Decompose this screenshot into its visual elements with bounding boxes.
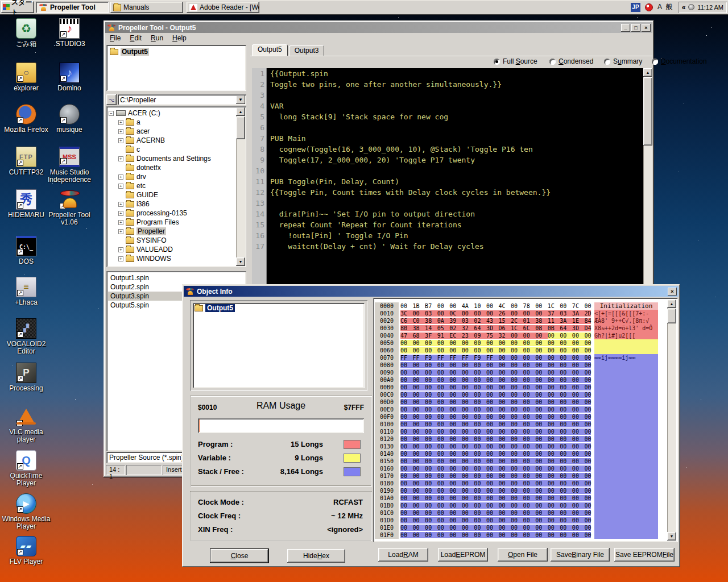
menu-file[interactable]: File (105, 33, 125, 43)
desktop-icon-quicktime[interactable]: Q↗QuickTime Player (0, 450, 52, 487)
dialog-title-bar[interactable]: Object Info × (184, 286, 679, 297)
desktop-icon-musique[interactable]: ↗musique (43, 104, 96, 134)
tree-item-windows[interactable]: +WINDOWS (109, 254, 235, 263)
folder-path-combo[interactable]: C:\Propeller ▼ (118, 94, 246, 105)
tree-expand-icon[interactable]: + (118, 229, 123, 234)
radio-documentation[interactable]: Documentation (652, 57, 707, 65)
volume-icon[interactable] (688, 4, 694, 10)
desktop-icon-wmp[interactable]: ▶↗Windows Media Player (0, 493, 52, 530)
tree-item-sysinfo[interactable]: SYSINFO (109, 236, 235, 245)
scrollbar-thumb[interactable] (643, 77, 652, 146)
ime-language-badge[interactable]: JP (631, 3, 640, 12)
tab-output5[interactable]: Output5 (252, 44, 288, 56)
tree-expand-icon[interactable]: + (118, 138, 123, 143)
taskbar-task-adobe-reader-webp-[interactable]: Adobe Reader - [WebP... (187, 2, 259, 13)
scroll-down-icon[interactable]: ▼ (236, 257, 245, 266)
tab-output3[interactable]: Output3 (289, 45, 325, 56)
hex-scrollbar[interactable]: ▲ ▼ (667, 300, 676, 541)
desktop-icon-processing[interactable]: P↗Processing (0, 363, 52, 392)
tree-expand-icon[interactable]: + (118, 256, 123, 261)
tree-item-dotnetfx[interactable]: dotnetfx (109, 163, 235, 172)
radio-dot-icon[interactable] (494, 59, 500, 65)
tree-expand-icon[interactable]: − (109, 111, 114, 116)
load-ram-button[interactable]: Load RAM (378, 548, 428, 562)
scroll-up-icon[interactable]: ▲ (236, 107, 245, 116)
save-eeprom-file-button[interactable]: Save EEPROM File (614, 548, 675, 562)
tree-expand-icon[interactable]: + (118, 174, 123, 180)
desktop-icon-lhaca[interactable]: ≡↗+Lhaca (0, 277, 52, 306)
tree-expand-icon[interactable]: + (118, 211, 123, 216)
title-bar[interactable]: Propeller Tool - Output5 _ □ × (105, 22, 652, 33)
scrollbar-thumb[interactable] (236, 117, 245, 139)
tree-item-acer-c-[interactable]: −ACER (C:) (109, 109, 235, 118)
tree-item-documents-and-settings[interactable]: +Documents and Settings (109, 154, 235, 163)
tree-scrollbar[interactable]: ▲ ▼ (236, 107, 245, 266)
tree-expand-icon[interactable]: + (118, 184, 123, 189)
maximize-button[interactable]: □ (631, 24, 640, 32)
tree-item-guide[interactable]: GUIDE (109, 190, 235, 199)
radio-dot-icon[interactable] (652, 59, 658, 65)
dialog-object-pane[interactable]: Output5 (193, 303, 365, 388)
taskbar-task-propeller-tool[interactable]: Propeller Tool (36, 2, 109, 13)
tree-expand-icon[interactable]: + (118, 156, 123, 161)
desktop-icon-propeller[interactable]: ↗Propeller Tool v1.06 (43, 189, 96, 226)
tree-item-a[interactable]: +a (109, 118, 235, 127)
radio-dot-icon[interactable] (549, 59, 556, 65)
tree-item-i386[interactable]: +i386 (109, 199, 235, 209)
desktop-icon-mss[interactable]: MSS↗Music Studio Independence (43, 147, 96, 184)
dialog-object-item[interactable]: Output5 (195, 304, 235, 312)
close-button[interactable]: × (642, 24, 651, 32)
radio-condensed[interactable]: Condensed (549, 57, 593, 65)
tree-expand-icon[interactable]: + (118, 247, 123, 252)
tree-item-c[interactable]: c (109, 145, 235, 154)
tree-item-processing-0135[interactable]: +processing-0135 (109, 209, 235, 218)
tree-item-propeller[interactable]: +Propeller (109, 227, 235, 236)
load-eeprom-button[interactable]: Load EEPROM (438, 548, 488, 562)
radio-dot-icon[interactable] (604, 59, 610, 65)
desktop-icon-domino[interactable]: ♪↗Domino (43, 63, 96, 92)
desktop-icon-flv[interactable]: ▰▰↗FLV Player (0, 536, 52, 566)
ime-mode-indicator[interactable]: A 般 (657, 2, 674, 12)
ime-icon[interactable] (645, 3, 653, 11)
tree-item-etc[interactable]: +etc (109, 181, 235, 190)
dialog-close-icon[interactable]: × (668, 288, 677, 296)
tree-expand-icon[interactable]: + (118, 120, 123, 125)
tree-item-valueadd[interactable]: +VALUEADD (109, 245, 235, 254)
file-item-output1-spin[interactable]: Output1.spin (108, 273, 245, 282)
scroll-up-icon[interactable]: ▲ (643, 68, 652, 77)
minimize-button[interactable]: _ (621, 24, 630, 32)
radio-summary[interactable]: Summary (604, 57, 642, 65)
start-button[interactable]: スタート (1, 1, 34, 13)
desktop-icon-vlc[interactable]: ↗VLC media player (0, 406, 52, 443)
object-view-pane[interactable]: Output5 (106, 45, 246, 91)
open-file-button[interactable]: Open File (498, 548, 548, 562)
taskbar-task-manuals[interactable]: Manuals (110, 2, 183, 13)
desktop-icon-vocaloid[interactable]: ▞↗VOCALOID2 Editor (0, 318, 52, 355)
scrollbar-thumb[interactable] (667, 309, 676, 323)
hide-hex-button[interactable]: Hide Hex (287, 549, 345, 563)
tree-expand-icon[interactable]: + (118, 220, 123, 225)
tree-item-program-files[interactable]: +Program Files (109, 218, 235, 227)
close-button[interactable]: Close (210, 549, 268, 563)
tray-chevron-icon[interactable]: « (682, 3, 686, 11)
desktop-icon-dos[interactable]: C:\_↗DOS (0, 236, 52, 265)
hex-dump-panel[interactable]: 000000 1B B7 00 00 4A 10 00 4C 00 78 00 … (373, 298, 678, 542)
tree-item-acer[interactable]: +acer (109, 127, 235, 136)
desktop-icon-studio[interactable]: ♪↗.STUDIO3 (43, 18, 96, 48)
tree-expand-icon[interactable]: + (118, 202, 123, 207)
menu-help[interactable]: Help (168, 33, 191, 43)
tree-view-button[interactable]: ⌥ (106, 94, 117, 105)
scroll-up-icon[interactable]: ▲ (667, 300, 676, 308)
chevron-down-icon[interactable]: ▼ (236, 95, 245, 104)
tree-item-acernb[interactable]: +ACERNB (109, 136, 235, 145)
menu-run[interactable]: Run (146, 33, 168, 43)
radio-full-source[interactable]: Full Source (494, 57, 537, 65)
tree-expand-icon[interactable]: + (118, 129, 123, 134)
scroll-down-icon[interactable]: ▼ (667, 532, 676, 541)
object-view-item[interactable]: Output5 (110, 48, 149, 56)
save-binary-file-button[interactable]: Save Binary File (551, 548, 610, 562)
menu-edit[interactable]: Edit (125, 33, 146, 43)
folder-tree[interactable]: −ACER (C:)+a+acer+ACERNBc+Documents and … (106, 106, 246, 267)
tree-item-drv[interactable]: +drv (109, 172, 235, 181)
tree-item-acerdata-d-[interactable]: +ACERDATA (D:) (109, 263, 235, 265)
